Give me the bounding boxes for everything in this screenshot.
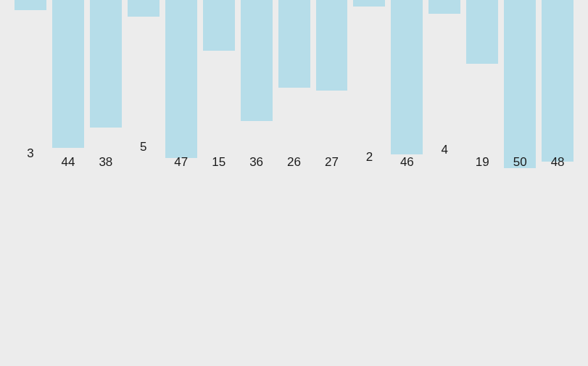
bar-rect	[353, 0, 385, 7]
bar-label: 15	[203, 156, 235, 168]
bar-1: 44	[52, 0, 84, 174]
bar-9: 2	[353, 0, 385, 174]
chart-bars-area: 3 44 38 5 47 15 36 26	[15, 0, 573, 174]
bar-rect	[542, 0, 573, 162]
bar-rect	[504, 0, 536, 168]
bar-label: 5	[128, 141, 160, 153]
bar-label: 19	[466, 156, 498, 168]
bar-label: 4	[428, 144, 460, 156]
bar-12: 19	[466, 0, 498, 174]
bar-14: 48	[542, 0, 573, 174]
bar-label: 2	[353, 151, 385, 163]
bar-7: 26	[278, 0, 310, 174]
bar-label: 47	[165, 156, 197, 168]
bar-rect	[466, 0, 498, 64]
bar-5: 15	[203, 0, 235, 174]
bar-label: 36	[241, 156, 273, 168]
bar-3: 5	[128, 0, 160, 174]
bar-label: 48	[542, 156, 573, 168]
bar-6: 36	[241, 0, 273, 174]
bar-label: 44	[52, 156, 84, 168]
bar-rect	[316, 0, 348, 91]
bar-rect	[90, 0, 122, 128]
bar-rect	[428, 0, 460, 14]
bar-rect	[278, 0, 310, 88]
bar-8: 27	[316, 0, 348, 174]
bar-2: 38	[90, 0, 122, 174]
bar-10: 46	[391, 0, 423, 174]
bar-rect	[128, 0, 160, 17]
bar-rect	[15, 0, 46, 10]
bar-rect	[165, 0, 197, 158]
bar-4: 47	[165, 0, 197, 174]
bar-rect	[241, 0, 273, 121]
bar-label: 50	[504, 156, 536, 168]
bar-11: 4	[428, 0, 460, 174]
bar-label: 3	[15, 147, 46, 159]
bar-label: 46	[391, 156, 423, 168]
bar-chart: 3 44 38 5 47 15 36 26	[0, 0, 588, 366]
bar-rect	[391, 0, 423, 154]
bar-label: 38	[90, 156, 122, 168]
bar-rect	[52, 0, 84, 148]
bar-label: 27	[316, 156, 348, 168]
bar-0: 3	[15, 0, 46, 174]
bar-rect	[203, 0, 235, 51]
bar-13: 50	[504, 0, 536, 174]
bar-label: 26	[278, 156, 310, 168]
